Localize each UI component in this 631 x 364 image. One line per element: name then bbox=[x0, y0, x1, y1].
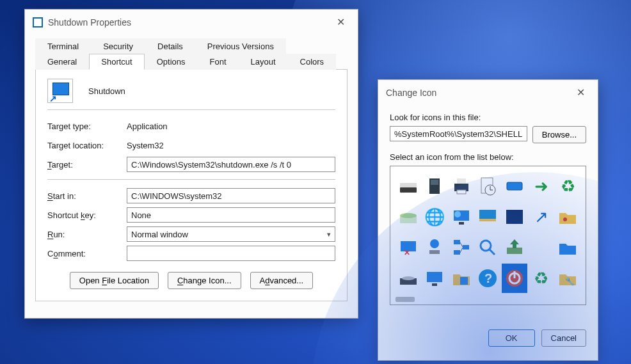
close-icon[interactable]: ✕ bbox=[571, 85, 590, 100]
svg-text:✕: ✕ bbox=[404, 248, 410, 257]
svg-line-31 bbox=[490, 249, 495, 255]
svg-point-20 bbox=[563, 218, 567, 221]
network-globe-icon[interactable] bbox=[422, 233, 448, 262]
drive-icon[interactable] bbox=[395, 171, 421, 201]
label-target-type: Target type: bbox=[47, 122, 122, 131]
tabstrip: Terminal Security Details Previous Versi… bbox=[35, 38, 347, 70]
start-in-input[interactable] bbox=[127, 188, 335, 203]
shortcut-arrow-icon[interactable]: ↗ bbox=[529, 202, 554, 232]
svg-rect-26 bbox=[463, 245, 469, 249]
svg-rect-6 bbox=[457, 190, 466, 194]
horizontal-scrollbar[interactable] bbox=[395, 297, 415, 302]
svg-line-29 bbox=[460, 248, 463, 253]
network-icon[interactable] bbox=[449, 233, 474, 262]
desktop-icon[interactable] bbox=[475, 202, 501, 232]
run-value: Normal window bbox=[131, 230, 188, 239]
value-target-type: Application bbox=[127, 122, 335, 131]
change-icon-button[interactable]: Change Icon... bbox=[168, 272, 241, 289]
svg-rect-0 bbox=[400, 187, 417, 193]
run-select[interactable]: Normal window ▾ bbox=[127, 226, 335, 242]
printer-icon[interactable] bbox=[449, 171, 474, 201]
browse-button[interactable]: Browse... bbox=[532, 126, 586, 143]
tab-options[interactable]: Options bbox=[145, 54, 198, 70]
svg-rect-35 bbox=[427, 272, 442, 282]
shutdown-properties-window: Shutdown Properties ✕ Terminal Security … bbox=[24, 9, 358, 319]
help-icon[interactable]: ? bbox=[475, 264, 501, 293]
shortcut-file-icon bbox=[47, 79, 73, 103]
value-target-location: System32 bbox=[127, 141, 335, 150]
label-select-icon: Select an icon from the list below: bbox=[390, 152, 586, 162]
window-title: Shutdown Properties bbox=[48, 17, 131, 28]
tab-shortcut[interactable]: Shortcut bbox=[89, 54, 144, 70]
disc-drive-icon[interactable] bbox=[395, 202, 421, 232]
tab-details[interactable]: Details bbox=[145, 38, 195, 54]
icon-list[interactable]: ➜ ♻ 🌐 ↗ ✕ ? ♻ 🔧 bbox=[390, 166, 586, 305]
magnifier-icon[interactable] bbox=[475, 233, 501, 262]
label-start-in: Start in: bbox=[47, 191, 122, 201]
svg-rect-5 bbox=[457, 178, 466, 184]
power-icon[interactable] bbox=[502, 264, 527, 293]
folder-tools-icon[interactable]: 🔧 bbox=[555, 264, 580, 293]
tab-layout[interactable]: Layout bbox=[239, 54, 288, 70]
icon-path-input[interactable] bbox=[390, 126, 527, 141]
comment-input[interactable] bbox=[127, 246, 335, 261]
shortcut-key-input[interactable] bbox=[127, 207, 335, 223]
label-comment: Comment: bbox=[47, 249, 122, 258]
tab-terminal[interactable]: Terminal bbox=[35, 38, 91, 54]
svg-rect-19 bbox=[506, 210, 523, 224]
close-icon[interactable]: ✕ bbox=[331, 15, 350, 29]
svg-rect-15 bbox=[459, 222, 464, 225]
calc-folder-icon[interactable] bbox=[449, 264, 474, 293]
properties-app-icon bbox=[33, 17, 43, 28]
cancel-button[interactable]: Cancel bbox=[541, 329, 586, 347]
folder-key-icon[interactable] bbox=[555, 202, 580, 232]
folder-blue-icon[interactable] bbox=[555, 233, 580, 262]
label-target: Target: bbox=[47, 160, 122, 170]
dvd-drive-icon[interactable] bbox=[395, 264, 421, 293]
svg-point-23 bbox=[430, 239, 439, 248]
globe-icon[interactable]: 🌐 bbox=[422, 202, 448, 232]
open-file-location-button[interactable]: Open File Location bbox=[70, 272, 159, 289]
svg-point-30 bbox=[481, 241, 491, 251]
tab-security[interactable]: Security bbox=[91, 38, 145, 54]
window-title: Change Icon bbox=[386, 88, 436, 98]
ok-button[interactable]: OK bbox=[488, 329, 535, 347]
arrow-right-icon[interactable]: ➜ bbox=[529, 171, 554, 201]
window-icon[interactable] bbox=[502, 171, 527, 201]
separator bbox=[47, 109, 335, 110]
svg-rect-27 bbox=[454, 250, 460, 255]
svg-text:🔧: 🔧 bbox=[565, 276, 575, 286]
label-look-for-icons: Look for icons in this file: bbox=[390, 113, 586, 122]
tab-previous-versions[interactable]: Previous Versions bbox=[195, 38, 286, 54]
recycle-icon[interactable]: ♻ bbox=[555, 171, 580, 201]
advanced-button[interactable]: Advanced... bbox=[250, 272, 314, 289]
shortcut-name: Shutdown bbox=[88, 86, 125, 96]
label-shortcut-key: Shortcut key: bbox=[47, 210, 122, 220]
titlebar: Shutdown Properties ✕ bbox=[25, 10, 358, 35]
disk-arrow-icon[interactable] bbox=[502, 233, 527, 262]
shortcut-tab-pane: Shutdown Target type: Application Target… bbox=[35, 69, 347, 301]
tab-general[interactable]: General bbox=[35, 54, 89, 70]
blank-icon[interactable] bbox=[529, 233, 554, 262]
target-input[interactable] bbox=[127, 157, 335, 172]
svg-rect-3 bbox=[431, 180, 438, 185]
chevron-down-icon: ▾ bbox=[327, 230, 331, 239]
moon-icon[interactable] bbox=[502, 202, 527, 232]
tab-colors[interactable]: Colors bbox=[288, 54, 337, 70]
svg-rect-25 bbox=[454, 240, 460, 244]
svg-rect-32 bbox=[507, 248, 522, 254]
svg-point-16 bbox=[454, 211, 461, 218]
tab-font[interactable]: Font bbox=[197, 54, 238, 70]
clock-document-icon[interactable] bbox=[475, 171, 501, 201]
label-run: Run: bbox=[47, 230, 122, 239]
chip-icon[interactable] bbox=[422, 171, 448, 201]
titlebar: Change Icon ✕ bbox=[378, 80, 598, 105]
svg-rect-36 bbox=[432, 283, 437, 286]
separator bbox=[47, 179, 335, 180]
recycle-bin-icon[interactable]: ♻ bbox=[529, 264, 554, 293]
monitor-globe-icon[interactable] bbox=[449, 202, 474, 232]
label-target-location: Target location: bbox=[47, 141, 122, 150]
change-icon-window: Change Icon ✕ Look for icons in this fil… bbox=[378, 79, 598, 361]
monitor-x-icon[interactable]: ✕ bbox=[395, 233, 421, 262]
monitor-icon[interactable] bbox=[422, 264, 448, 293]
